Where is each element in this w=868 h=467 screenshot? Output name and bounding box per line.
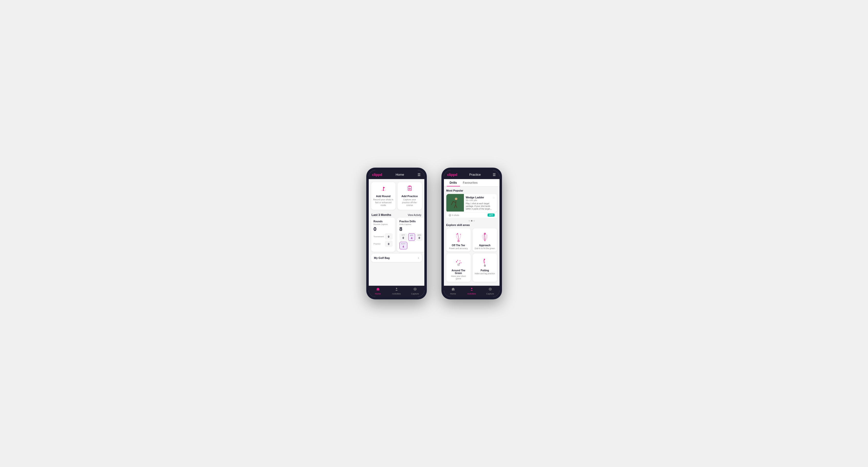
- app-label: APP: [410, 235, 413, 236]
- svg-point-25: [456, 234, 457, 235]
- add-practice-icon: [400, 185, 420, 193]
- last-3-months-title: Last 3 Months: [372, 213, 392, 217]
- svg-point-24: [458, 240, 459, 242]
- ott-value: 0: [401, 237, 406, 239]
- nav-capture[interactable]: Capture: [406, 287, 424, 295]
- app-header-practice: clippd Practice ☰: [444, 170, 499, 179]
- approach-name: Approach: [475, 244, 495, 247]
- add-round-desc: Record your shots in fast or enhanced mo…: [373, 198, 394, 207]
- practice-round-row: Practice 0: [374, 241, 393, 247]
- dot-2: [471, 220, 472, 222]
- app-title-2: Practice: [469, 173, 481, 177]
- rounds-grid: Tournament 0 Practice 0: [374, 233, 393, 247]
- featured-drill-content: Wedge Ladder 50–100 yds ☆ Play 1 shot at…: [466, 194, 497, 212]
- svg-point-33: [457, 260, 458, 261]
- practice-drills-title: Practice Drills: [400, 220, 423, 223]
- favourite-star-icon[interactable]: ☆: [492, 196, 495, 199]
- practice-drills-box: Practice Drills Drills Capture 8 OTT 0 A…: [397, 218, 424, 252]
- tournament-label: Tournament: [374, 236, 384, 238]
- putting-name: Putting: [475, 269, 495, 272]
- around-the-green-icon: [448, 256, 469, 268]
- rounds-box: Rounds Rounds Capture 0 Tournament 0 Pra…: [371, 218, 395, 252]
- action-cards: Add Round Record your shots in fast or e…: [369, 179, 424, 212]
- nav-home-label-2: Home: [450, 292, 456, 295]
- skill-card-approach[interactable]: Approach Dial-in to hit the green: [473, 228, 497, 252]
- practice-round-label: Practice: [374, 243, 384, 245]
- svg-point-26: [457, 233, 458, 234]
- skill-grid: Off The Tee Power and accuracy: [446, 228, 497, 282]
- home-nav-icon: [376, 287, 380, 292]
- drills-total: 8: [400, 226, 423, 232]
- menu-icon-2[interactable]: ☰: [493, 173, 496, 177]
- putt-cell: PUTT 4: [400, 242, 407, 249]
- ott-label: OTT: [401, 234, 406, 236]
- drills-capture-label: Drills Capture: [400, 223, 423, 225]
- rounds-title: Rounds: [374, 220, 393, 223]
- explore-title: Explore skill areas: [446, 223, 497, 226]
- skill-card-off-the-tee[interactable]: Off The Tee Power and accuracy: [446, 228, 471, 252]
- add-round-title: Add Round: [373, 195, 394, 198]
- svg-marker-2: [383, 187, 385, 188]
- add-round-card[interactable]: Add Round Record your shots in fast or e…: [371, 182, 396, 210]
- app-title: Home: [396, 173, 404, 177]
- skill-card-around-the-green[interactable]: Around The Green Hone your short game: [446, 253, 471, 282]
- nav-home[interactable]: Home: [369, 287, 387, 295]
- skill-card-putting[interactable]: Putting Make and lag practice: [473, 253, 497, 282]
- dot-1: [468, 220, 470, 222]
- nav-activities-2[interactable]: Activities: [462, 287, 481, 295]
- menu-icon[interactable]: ☰: [417, 173, 421, 177]
- approach-desc: Dial-in to hit the green: [475, 247, 495, 250]
- golf-bag-title: My Golf Bag: [374, 256, 390, 259]
- svg-point-40: [484, 262, 485, 263]
- tab-drills[interactable]: Drills: [447, 179, 460, 186]
- featured-footer: 9 shots APP: [446, 212, 497, 218]
- svg-point-29: [485, 234, 485, 234]
- add-round-icon: [373, 185, 394, 193]
- home-content: Add Round Record your shots in fast or e…: [369, 179, 424, 286]
- stats-container: Rounds Rounds Capture 0 Tournament 0 Pra…: [369, 218, 424, 254]
- add-practice-title: Add Practice: [400, 195, 420, 198]
- ott-cell: OTT 0: [400, 233, 407, 241]
- nav-activities[interactable]: Activities: [387, 287, 406, 295]
- nav-home-2[interactable]: Home: [444, 287, 462, 295]
- nav-home-label: Home: [375, 292, 381, 295]
- arg-value: 0: [417, 237, 421, 239]
- my-golf-bag[interactable]: My Golf Bag ›: [371, 254, 422, 262]
- explore-section: Explore skill areas: [444, 222, 499, 284]
- nav-activities-label-2: Activities: [467, 292, 476, 295]
- featured-drill-desc: Play 1 shot at each target yardage. If y…: [466, 202, 495, 210]
- app-logo-2: clippd: [447, 173, 457, 177]
- app-header-home: clippd Home ☰: [369, 170, 424, 179]
- chevron-right-icon: ›: [418, 256, 419, 259]
- featured-drill-distance: 50–100 yds: [466, 199, 485, 201]
- nav-capture-label: Capture: [411, 292, 419, 295]
- nav-capture-label-2: Capture: [486, 292, 494, 295]
- tab-favourites[interactable]: Favourites: [460, 179, 481, 186]
- off-the-tee-icon: [448, 231, 469, 243]
- svg-point-6: [409, 188, 410, 190]
- putt-value: 4: [401, 245, 406, 248]
- svg-rect-1: [383, 187, 383, 190]
- svg-point-34: [460, 260, 461, 261]
- capture-nav-icon-2: [488, 287, 492, 292]
- svg-rect-14: [446, 194, 464, 212]
- featured-drill-card[interactable]: Wedge Ladder 50–100 yds ☆ Play 1 shot at…: [446, 194, 497, 212]
- add-practice-desc: Capture your practice off-the-course: [400, 198, 420, 207]
- drill-badge: APP: [488, 214, 494, 217]
- most-popular-title: Most Popular: [446, 189, 497, 192]
- nav-capture-2[interactable]: Capture: [481, 287, 499, 295]
- svg-point-36: [459, 263, 460, 264]
- practice-tabs: Drills Favourites: [444, 179, 499, 187]
- nav-activities-label: Activities: [392, 292, 401, 295]
- add-practice-card[interactable]: Add Practice Capture your practice off-t…: [398, 182, 422, 210]
- svg-point-35: [461, 262, 461, 263]
- tournament-row: Tournament 0: [374, 233, 393, 240]
- bottom-nav-practice: Home Activities: [444, 286, 499, 297]
- app-cell: APP 4: [408, 233, 415, 241]
- shots-count: 9 shots: [452, 214, 459, 216]
- practice-round-value: 0: [388, 243, 389, 245]
- activities-nav-icon: [395, 287, 399, 292]
- most-popular-section: Most Popular: [444, 187, 499, 219]
- view-activity-link[interactable]: View Activity: [408, 214, 421, 216]
- bottom-nav-home: Home Activities: [369, 286, 424, 297]
